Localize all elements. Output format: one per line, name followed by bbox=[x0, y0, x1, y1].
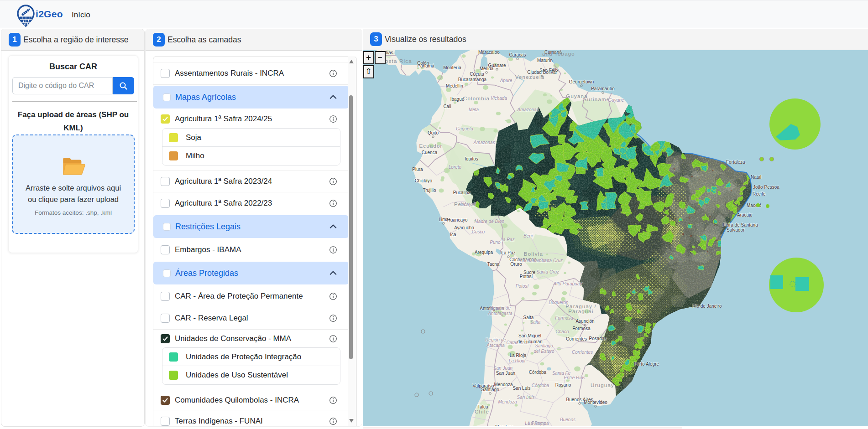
svg-text:Vichada: Vichada bbox=[491, 96, 507, 101]
svg-text:Bolivia: Bolivia bbox=[524, 251, 543, 257]
svg-text:Guanare: Guanare bbox=[488, 63, 506, 68]
svg-text:Medellín: Medellín bbox=[446, 83, 463, 88]
svg-text:Montevideo: Montevideo bbox=[584, 400, 607, 405]
svg-text:Chiclayo: Chiclayo bbox=[415, 178, 433, 183]
svg-text:La Rioja: La Rioja bbox=[510, 353, 527, 358]
svg-text:Rio de Janeiro: Rio de Janeiro bbox=[692, 304, 722, 309]
svg-text:Córdoba: Córdoba bbox=[529, 370, 547, 375]
svg-text:Amazonas: Amazonas bbox=[473, 140, 495, 145]
svg-text:Alto Paraguay: Alto Paraguay bbox=[553, 281, 583, 286]
svg-text:Cúcuta: Cúcuta bbox=[470, 72, 484, 77]
svg-text:Atacama: Atacama bbox=[486, 343, 505, 348]
svg-text:Suriname: Suriname bbox=[583, 97, 610, 102]
svg-text:Colombia: Colombia bbox=[463, 96, 490, 101]
svg-text:La Pampa: La Pampa bbox=[528, 421, 549, 426]
svg-text:Georgetown: Georgetown bbox=[569, 79, 594, 84]
svg-text:Maracaibo: Maracaibo bbox=[478, 50, 500, 55]
svg-text:Buenos: Buenos bbox=[560, 417, 575, 422]
svg-text:Potosí: Potosí bbox=[516, 284, 529, 289]
svg-text:Bucaramanga: Bucaramanga bbox=[458, 77, 487, 82]
svg-text:Cuenca: Cuenca bbox=[422, 150, 438, 155]
svg-text:Puno: Puno bbox=[490, 240, 501, 245]
svg-text:Aracaju: Aracaju bbox=[737, 212, 753, 217]
svg-text:Formosa: Formosa bbox=[572, 326, 591, 331]
svg-text:Asunción: Asunción bbox=[575, 319, 594, 324]
svg-text:Ecuador: Ecuador bbox=[419, 143, 442, 149]
svg-text:del Estero: del Estero bbox=[533, 349, 554, 354]
svg-text:Región de: Región de bbox=[490, 305, 511, 310]
svg-text:Fortaleza: Fortaleza bbox=[726, 160, 745, 165]
svg-text:Paraguái: Paraguái bbox=[568, 309, 594, 314]
svg-text:Córdoba: Córdoba bbox=[532, 383, 549, 388]
svg-text:Uruguay: Uruguay bbox=[591, 382, 614, 388]
svg-text:Quito: Quito bbox=[428, 130, 439, 135]
svg-text:Colón: Colón bbox=[417, 61, 429, 66]
svg-text:Ucayali: Ucayali bbox=[461, 202, 476, 207]
svg-text:Ayacucho: Ayacucho bbox=[454, 225, 474, 230]
svg-text:Paramaribo: Paramaribo bbox=[591, 86, 615, 91]
svg-text:Natal: Natal bbox=[751, 175, 761, 180]
svg-text:Mendoza: Mendoza bbox=[494, 382, 513, 387]
svg-text:Maturín: Maturín bbox=[537, 58, 553, 63]
svg-text:Huancayo: Huancayo bbox=[447, 217, 467, 222]
svg-text:San Miguel: San Miguel bbox=[518, 333, 541, 338]
svg-text:Caquetá: Caquetá bbox=[456, 126, 473, 131]
svg-text:Corrientes: Corrientes bbox=[566, 336, 587, 341]
svg-text:Chaco: Chaco bbox=[556, 329, 569, 334]
svg-text:Entre Ríos: Entre Ríos bbox=[564, 375, 585, 380]
svg-text:Ciudad Bolívar: Ciudad Bolívar bbox=[527, 70, 557, 75]
svg-text:Piura: Piura bbox=[412, 167, 423, 172]
svg-text:La Paz: La Paz bbox=[500, 237, 514, 242]
svg-text:La Paz: La Paz bbox=[501, 250, 515, 255]
svg-text:Feira de Santana: Feira de Santana bbox=[723, 222, 758, 227]
svg-text:Mendoza: Mendoza bbox=[495, 424, 514, 426]
svg-text:de Tucumán: de Tucumán bbox=[517, 339, 542, 344]
svg-text:Guyane: Guyane bbox=[608, 98, 624, 103]
svg-text:San Luis: San Luis bbox=[517, 395, 535, 400]
svg-text:Ibagué: Ibagué bbox=[450, 97, 465, 102]
svg-text:Lima: Lima bbox=[439, 217, 449, 222]
svg-text:San Juan: San Juan bbox=[493, 366, 513, 371]
svg-text:Salta: Salta bbox=[530, 320, 541, 325]
svg-text:San Luis: San Luis bbox=[513, 386, 531, 391]
svg-text:Iquitos: Iquitos bbox=[465, 156, 478, 161]
svg-text:Amazonas: Amazonas bbox=[517, 107, 539, 112]
svg-text:Porto Alegre: Porto Alegre bbox=[634, 362, 659, 367]
svg-text:Corrientes: Corrientes bbox=[572, 350, 593, 355]
svg-text:Cali: Cali bbox=[443, 104, 451, 109]
svg-text:Rosario: Rosario bbox=[555, 382, 571, 388]
svg-text:Mendoza: Mendoza bbox=[498, 399, 517, 404]
svg-text:Santa Cruz: Santa Cruz bbox=[536, 269, 559, 274]
svg-text:Meta: Meta bbox=[469, 107, 479, 112]
svg-text:Apure: Apure bbox=[500, 78, 512, 83]
svg-text:Antofagasta: Antofagasta bbox=[487, 311, 512, 316]
svg-text:João Pessoa: João Pessoa bbox=[753, 185, 779, 190]
svg-text:Posadas: Posadas bbox=[589, 336, 607, 341]
svg-text:Loreto: Loreto bbox=[449, 165, 462, 170]
svg-text:Tacna: Tacna bbox=[487, 262, 500, 267]
svg-text:Madre de Dios: Madre de Dios bbox=[474, 219, 504, 224]
svg-text:Región de: Región de bbox=[485, 337, 506, 342]
svg-text:Talca: Talca bbox=[477, 404, 488, 409]
svg-text:Pucallpa: Pucallpa bbox=[453, 190, 471, 195]
svg-text:Formosa: Formosa bbox=[555, 315, 573, 320]
svg-text:Arequipa: Arequipa bbox=[475, 250, 493, 255]
svg-text:Cochabamba: Cochabamba bbox=[519, 258, 547, 263]
svg-text:and Tobago: and Tobago bbox=[542, 51, 575, 57]
svg-text:Beni: Beni bbox=[523, 233, 533, 238]
svg-text:Salvador: Salvador bbox=[727, 227, 745, 233]
svg-text:Chile: Chile bbox=[475, 409, 489, 414]
svg-text:Santiago: Santiago bbox=[481, 387, 499, 392]
svg-text:osta Rica: osta Rica bbox=[385, 58, 412, 64]
svg-text:Potosí: Potosí bbox=[520, 274, 533, 279]
svg-text:Recife: Recife bbox=[753, 191, 766, 196]
svg-text:Boquerón: Boquerón bbox=[549, 300, 569, 305]
svg-text:Trujillo: Trujillo bbox=[423, 188, 436, 193]
svg-text:Ica: Ica bbox=[450, 232, 456, 237]
svg-text:Cusco: Cusco bbox=[472, 229, 485, 234]
svg-text:Montería: Montería bbox=[443, 65, 461, 70]
svg-text:Caracas: Caracas bbox=[509, 52, 526, 57]
svg-text:La Rioja: La Rioja bbox=[509, 358, 526, 363]
svg-text:Venezuela: Venezuela bbox=[515, 74, 545, 80]
svg-text:San Juan: San Juan bbox=[496, 371, 515, 376]
